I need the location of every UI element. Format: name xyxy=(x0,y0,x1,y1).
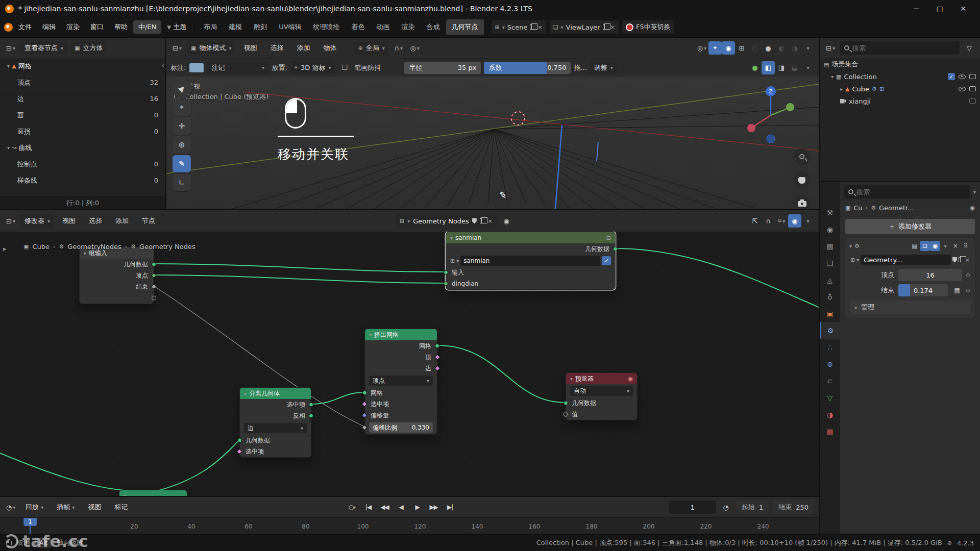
new-viewlayer-icon[interactable] xyxy=(603,24,608,30)
collapse-icon[interactable]: ▾ xyxy=(84,251,86,256)
outliner-item-xiangji[interactable]: xiangji xyxy=(820,95,980,107)
node-header[interactable]: ▾ xyxy=(119,490,187,496)
timeline-menu-marker[interactable]: 标记 xyxy=(109,500,133,514)
chevron-down-icon[interactable]: ▾ xyxy=(849,243,852,249)
socket-mesh-output[interactable] xyxy=(435,344,439,348)
edit-mode-display-toggle[interactable]: ▤ xyxy=(910,241,920,251)
collapse-icon[interactable]: ▾ xyxy=(570,376,573,382)
shading-rendered-button[interactable]: ◑ xyxy=(788,41,801,55)
overlay-dropdown[interactable]: ▾ xyxy=(801,214,815,228)
node-menu-select[interactable]: 选择 xyxy=(84,214,107,228)
visibility-dropdown[interactable]: ◎▾ xyxy=(695,41,708,55)
socket-inverted-output[interactable] xyxy=(309,414,313,418)
render-display-toggle[interactable]: ◉ xyxy=(930,241,940,251)
tab-modifiers[interactable]: ⚙ xyxy=(820,322,840,339)
collapse-region-icon[interactable]: ‹ xyxy=(161,61,164,69)
show-gizmo-button[interactable]: ⌖ xyxy=(708,41,722,55)
collapse-icon[interactable]: ▾ xyxy=(244,391,247,396)
tool-select[interactable]: ▶ xyxy=(169,76,194,101)
group-name-field[interactable]: sanmian xyxy=(460,256,600,266)
search-input[interactable] xyxy=(856,188,966,196)
node-menu-add[interactable]: 添加 xyxy=(110,214,134,228)
outliner-scene-collection[interactable]: ▤ 场景集合 xyxy=(820,58,980,70)
close-button[interactable]: ✕ xyxy=(951,0,975,17)
tool-cursor[interactable]: ⌖ xyxy=(173,98,191,116)
parent-tree-icon[interactable]: ⇱ xyxy=(748,214,762,228)
factor-slider[interactable]: 系数0.750 xyxy=(484,62,571,74)
end-slider[interactable]: 0.174 xyxy=(898,284,948,296)
socket-geometry-input[interactable] xyxy=(564,401,568,406)
tab-world[interactable]: ♁ xyxy=(820,288,840,305)
snap-mode-dropdown[interactable]: ⌗▾ xyxy=(775,214,788,228)
offset-scale-field[interactable]: 偏移比例0.330 xyxy=(369,422,433,433)
node-tree-type-dropdown[interactable]: 修改器▾ xyxy=(20,214,54,228)
maximize-button[interactable]: ▢ xyxy=(928,0,951,17)
workspace-tab-uv[interactable]: UV编辑 xyxy=(273,19,307,35)
viewport-menu-select[interactable]: 选择 xyxy=(265,41,288,55)
node-extrude-mesh[interactable]: ▾挤出网格 网格 顶 边 顶点▾ 网格 选中项 偏移量 偏移比例0.330 xyxy=(364,329,437,435)
menu-window[interactable]: 窗口 xyxy=(85,20,109,34)
zoom-icon[interactable] xyxy=(793,148,811,165)
proportional-edit-button[interactable]: ◎▾ xyxy=(408,41,422,55)
collection-checkbox[interactable]: ✓ xyxy=(948,73,955,80)
current-frame-field[interactable]: 1 xyxy=(669,500,716,514)
tool-move[interactable]: ✛ xyxy=(173,117,191,135)
adjust-dropdown[interactable]: 调整▾ xyxy=(590,61,617,74)
theme-dropdown[interactable]: ▼ 主题 xyxy=(162,20,191,34)
socket-geometry-output[interactable] xyxy=(613,247,618,252)
node-tree-selector[interactable]: ⊞▾ Geometry Nodes × xyxy=(396,214,497,228)
tab-tool[interactable]: ⚒ xyxy=(820,204,840,221)
viewport-menu-add[interactable]: 添加 xyxy=(291,41,315,55)
fake-user-icon[interactable] xyxy=(952,257,957,263)
shading-dropdown[interactable]: ▾ xyxy=(801,41,815,55)
animate-dot-icon[interactable] xyxy=(966,273,970,277)
spreadsheet-row-face-corners[interactable]: 面拐0 xyxy=(0,123,165,140)
collapse-icon[interactable]: ▾ xyxy=(369,332,372,338)
menu-file[interactable]: 文件 xyxy=(13,20,37,34)
timeline-menu-view[interactable]: 视图 xyxy=(83,500,106,514)
add-modifier-button[interactable]: ＋ 添加修改器 xyxy=(845,219,975,234)
unlink-scene-icon[interactable]: × xyxy=(537,24,542,31)
unlink-icon[interactable]: × xyxy=(488,218,493,224)
viewport-canvas[interactable]: Z 用户透视 (1) Collection | Cube (预览器) ▶ ⌖ ✛… xyxy=(166,77,819,209)
disable-viewport-icon[interactable] xyxy=(969,98,976,104)
collapse-icon[interactable]: ▾ xyxy=(450,235,453,241)
f5-lang-switch[interactable]: F5中英切换 xyxy=(622,20,674,34)
eye-icon[interactable] xyxy=(959,74,966,79)
tab-material[interactable]: ◑ xyxy=(820,406,840,423)
viewport-menu-object[interactable]: 物体 xyxy=(318,41,341,55)
viewlayer-selector[interactable]: ❏▾ ViewLayer × xyxy=(550,20,619,34)
transform-orientation-dropdown[interactable]: ⊕全局▾ xyxy=(354,41,388,55)
node-menu-node[interactable]: 节点 xyxy=(137,214,160,228)
playhead[interactable]: 1 xyxy=(30,518,31,534)
chevron-down-icon[interactable]: ▾ xyxy=(831,74,834,80)
outliner-item-cube[interactable]: ▸ ▲ Cube ⚙ ⊞ xyxy=(820,83,980,95)
outliner-item-collection[interactable]: ▾ ▦ Collection ✓ xyxy=(820,70,980,83)
play-button[interactable]: ▶ xyxy=(410,500,425,514)
tab-texture[interactable]: ▦ xyxy=(820,423,840,440)
animate-dot-icon[interactable] xyxy=(966,289,970,292)
workspace-tab-texturepaint[interactable]: 纹理喷绘 xyxy=(308,19,346,35)
tab-object[interactable]: ▣ xyxy=(820,305,840,322)
menu-help[interactable]: 帮助 xyxy=(109,20,133,34)
tab-render[interactable]: ◉ xyxy=(820,221,840,238)
manage-section[interactable]: ▸ 管理 xyxy=(850,300,970,314)
overlay-toggle-b[interactable]: ◨ xyxy=(775,61,788,74)
tab-physics[interactable]: ⊚ xyxy=(820,356,840,372)
sync-dropdown[interactable]: ○▾ xyxy=(345,500,359,514)
next-keyframe-button[interactable]: ▶▶ xyxy=(427,500,441,514)
delete-modifier-icon[interactable]: × xyxy=(950,241,961,251)
spreadsheet-row-edges[interactable]: 边16 xyxy=(0,91,165,107)
tool-annotate[interactable]: ✎ xyxy=(173,155,191,172)
extras-dropdown[interactable]: ▾ xyxy=(940,241,950,251)
search-input[interactable] xyxy=(852,44,955,52)
nodetree-name-field[interactable]: Geometry... xyxy=(861,255,951,265)
socket-geometry-input[interactable] xyxy=(237,438,242,443)
tab-constraints[interactable]: ⊂ xyxy=(820,372,840,389)
spreadsheet-row-splines[interactable]: 样条线0 xyxy=(0,172,165,189)
socket-geometry-output[interactable] xyxy=(152,262,156,267)
copy-datablock-icon[interactable] xyxy=(480,218,485,223)
end-frame-field[interactable]: 结束250 xyxy=(772,500,815,514)
group-edit-icon[interactable]: ⊡ xyxy=(606,235,611,241)
timeline-ruler[interactable]: 20 40 60 80 100 120 140 160 180 200 220 … xyxy=(0,517,819,534)
